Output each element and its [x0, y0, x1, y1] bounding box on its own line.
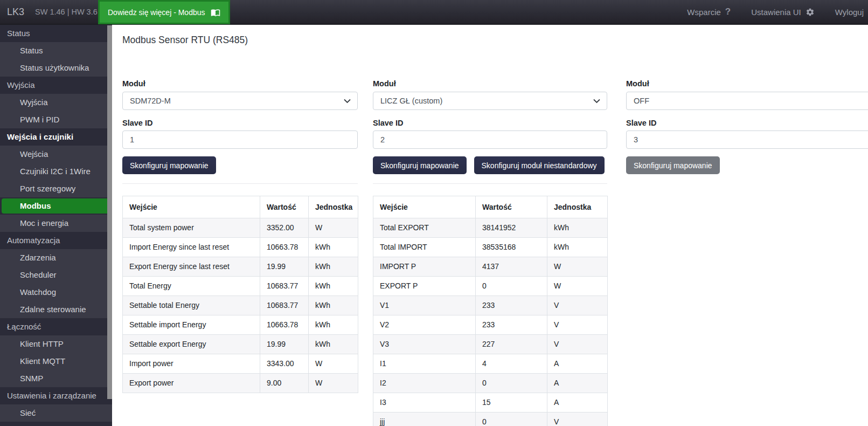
- table-cell: 0: [476, 374, 547, 393]
- sidebar-item-snmp[interactable]: SNMP: [0, 370, 112, 387]
- configure-mapping-button[interactable]: Skonfiguruj mapowanie: [373, 156, 467, 174]
- table-cell: 233: [476, 296, 547, 315]
- module-panel-2: ModułLICZ GŁ (custom)Slave IDSkonfiguruj…: [373, 79, 607, 426]
- table-cell: kWh: [309, 277, 358, 296]
- sidebar-item-label: Status użytkownika: [20, 63, 89, 72]
- sidebar-item-label: Moc i energia: [20, 218, 68, 228]
- table-header-wej-cie: Wejście: [373, 196, 476, 218]
- learn-more-button[interactable]: Dowiedz się więcej - Modbus: [98, 0, 230, 24]
- module-select[interactable]: OFF: [626, 92, 868, 110]
- table-header-warto: Wartość: [476, 196, 547, 218]
- slave-id-input[interactable]: [373, 130, 607, 149]
- table-cell: I3: [373, 393, 476, 413]
- learn-more-label: Dowiedz się więcej - Modbus: [108, 8, 205, 17]
- table-header-jednostka: Jednostka: [547, 196, 608, 218]
- table-cell: 3343.00: [260, 354, 309, 374]
- sidebar-item-wej-cia[interactable]: Wejścia: [0, 146, 112, 163]
- sidebar-active-pill: Modbus: [2, 198, 110, 214]
- sidebar-item-wyj-cia[interactable]: Wyjścia: [0, 94, 112, 111]
- sensor-readings-table: WejścieWartośćJednostkaTotal EXPORT38141…: [373, 196, 608, 426]
- sidebar-item-klient-mqtt[interactable]: Klient MQTT: [0, 353, 112, 370]
- table-cell: 15: [476, 393, 547, 413]
- support-label: Wsparcie: [687, 8, 721, 17]
- table-cell: I2: [373, 374, 476, 393]
- navbar-right-group: Wsparcie ? Ustawienia UI Wyloguj: [687, 0, 868, 24]
- slave-id-input[interactable]: [122, 130, 358, 149]
- module-select[interactable]: SDM72D-M: [122, 92, 358, 110]
- sidebar-item-label: Status: [20, 46, 43, 55]
- table-row: Total system power3352.00W: [123, 218, 358, 238]
- table-cell: V: [547, 315, 608, 335]
- table-row: Export Energy since last reset19.99kWh: [123, 257, 358, 277]
- slave-id-label: Slave ID: [373, 118, 607, 128]
- table-row: EXPORT P0W: [373, 277, 608, 296]
- sidebar-item-pwm-i-pid[interactable]: PWM i PID: [0, 111, 112, 128]
- sidebar-item-port-szeregowy[interactable]: Port szeregowy: [0, 180, 112, 197]
- sidebar-section-wej-cia-i-czujniki: Wejścia i czujniki: [0, 128, 112, 146]
- table-cell: W: [309, 374, 358, 393]
- table-cell: kWh: [309, 257, 358, 277]
- table-row: Settable total Energy10683.77kWh: [123, 296, 358, 315]
- sidebar-item-modbus[interactable]: Modbus: [0, 197, 112, 215]
- table-cell: W: [547, 257, 608, 277]
- sidebar-section-label: Wejścia i czujniki: [7, 132, 73, 141]
- table-cell: Import Energy since last reset: [123, 238, 260, 257]
- table-row: jjj0V: [373, 413, 608, 426]
- panel-divider: [122, 183, 358, 184]
- firmware-version: SW 1.46 | HW 3.6: [35, 0, 98, 24]
- module-select[interactable]: LICZ GŁ (custom): [373, 92, 607, 110]
- sidebar-item-sie[interactable]: Sieć: [0, 404, 112, 422]
- sidebar-item-zdarzenia[interactable]: Zdarzenia: [0, 249, 112, 266]
- sidebar-item-scheduler[interactable]: Scheduler: [0, 266, 112, 284]
- chevron-down-icon: [344, 99, 351, 104]
- sidebar-item-czujniki-i2c-i-1wire[interactable]: Czujniki I2C i 1Wire: [0, 163, 112, 180]
- table-cell: kWh: [547, 238, 608, 257]
- table-row: Total EXPORT38141952kWh: [373, 218, 608, 238]
- ui-settings-label: Ustawienia UI: [751, 8, 801, 17]
- table-cell: 19.99: [260, 335, 309, 354]
- sidebar: StatusStatusStatus użytkownikaWyjściaWyj…: [0, 25, 112, 426]
- table-cell: 10683.77: [260, 277, 309, 296]
- table-cell: 9.00: [260, 374, 309, 393]
- logout-link[interactable]: Wyloguj: [835, 7, 868, 17]
- table-cell: V3: [373, 335, 476, 354]
- panel-buttons: Skonfiguruj mapowanie: [122, 156, 358, 174]
- sidebar-item-label: Klient HTTP: [20, 339, 64, 348]
- sidebar-item-watchdog[interactable]: Watchdog: [0, 284, 112, 301]
- table-cell: Total Energy: [123, 277, 260, 296]
- module-label: Moduł: [373, 79, 607, 89]
- sidebar-item-label: Zdalne sterowanie: [20, 305, 86, 314]
- sidebar-item-zdalne-sterowanie[interactable]: Zdalne sterowanie: [0, 301, 112, 318]
- table-cell: Total IMPORT: [373, 238, 476, 257]
- sidebar-item-label: Watchdog: [20, 287, 56, 297]
- configure-mapping-button[interactable]: Skonfiguruj mapowanie: [122, 156, 216, 174]
- sidebar-item-label: Scheduler: [20, 270, 57, 279]
- table-header-wej-cie: Wejście: [123, 196, 260, 218]
- sidebar-item-label: PWM i PID: [20, 115, 59, 124]
- sidebar-section-automatyzacja: Automatyzacja: [0, 232, 112, 249]
- slave-id-label: Slave ID: [122, 118, 358, 128]
- table-row: I20A: [373, 374, 608, 393]
- sidebar-item-status-u-ytkownika[interactable]: Status użytkownika: [0, 59, 112, 77]
- table-cell: Settable import Energy: [123, 315, 260, 335]
- table-cell: 233: [476, 315, 547, 335]
- support-link[interactable]: Wsparcie ?: [687, 6, 731, 17]
- slave-id-input[interactable]: [626, 130, 868, 149]
- table-cell: 0: [476, 277, 547, 296]
- configure-mapping-button[interactable]: Skonfiguruj mapowanie: [626, 156, 720, 174]
- sidebar-section-label: Ustawienia i zarządzanie: [7, 391, 96, 400]
- table-row: Settable export Energy19.99kWh: [123, 335, 358, 354]
- table-cell: kWh: [547, 218, 608, 238]
- sidebar-section-label: Status: [7, 29, 30, 38]
- sidebar-scrollbar[interactable]: [107, 25, 112, 399]
- sidebar-section-czno: Łączność: [0, 318, 112, 335]
- slave-id-label: Slave ID: [626, 118, 868, 128]
- ui-settings-link[interactable]: Ustawienia UI: [751, 8, 815, 17]
- table-row: IMPORT P4137W: [373, 257, 608, 277]
- sidebar-item-label: Modbus: [20, 201, 51, 210]
- sidebar-item-moc-i-energia[interactable]: Moc i energia: [0, 215, 112, 232]
- configure-custom-module-button[interactable]: Skonfiguruj moduł niestandardowy: [474, 156, 605, 174]
- sidebar-item-status[interactable]: Status: [0, 42, 112, 59]
- sidebar-item-klient-http[interactable]: Klient HTTP: [0, 335, 112, 353]
- table-cell: 3352.00: [260, 218, 309, 238]
